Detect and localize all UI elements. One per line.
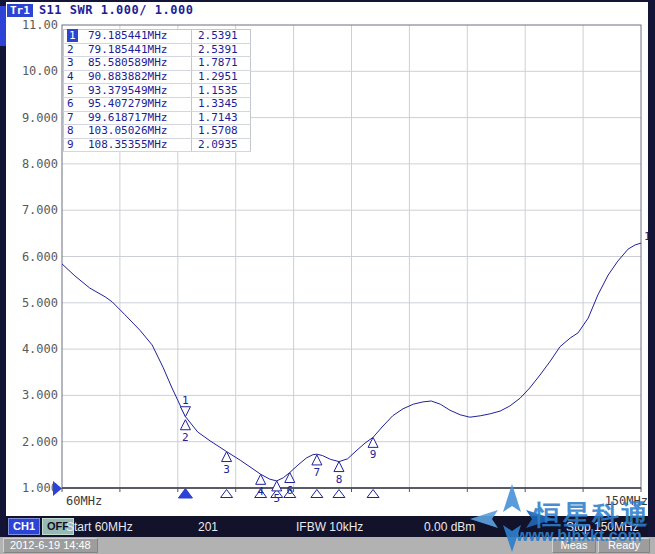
marker-table: 179.185441MHz2.5391279.185441MHz2.539138… — [63, 29, 251, 152]
marker-number: 2 — [182, 431, 189, 444]
active-marker-stimulus-triangle[interactable] — [178, 489, 192, 499]
marker-value-cell: 1.5708 — [192, 125, 251, 139]
marker-stimulus-triangle[interactable] — [311, 490, 323, 498]
ready-status-button[interactable]: Ready — [598, 538, 650, 553]
trace1-badge[interactable]: Tr1 — [7, 4, 33, 17]
status-bar: CH1 OFF Start 60MHz 201 IFBW 10kHz 0.00 … — [0, 516, 655, 537]
marker-number: 8 — [336, 473, 343, 486]
y-tick-label: 9.000 — [22, 111, 58, 125]
marker-number-cell: 1 — [64, 30, 83, 44]
marker-number-cell: 2 — [64, 43, 83, 57]
marker-table-row: 9108.35355MHz2.0935 — [64, 138, 251, 152]
marker-frequency-cell: 108.35355MHz — [82, 138, 192, 152]
marker-value-cell: 1.1535 — [192, 84, 251, 98]
marker-table-row: 799.618717MHz1.7143 — [64, 111, 251, 125]
marker-frequency-cell: 79.185441MHz — [82, 30, 192, 44]
marker-number-cell: 8 — [64, 125, 83, 139]
marker-table-row: 279.185441MHz2.5391 — [64, 43, 251, 57]
screen-border-right — [648, 0, 655, 537]
x-stop-label: 150MHz — [605, 494, 648, 508]
screen-border-left — [0, 0, 6, 537]
marker-number: 5 — [273, 492, 280, 505]
marker-table-row: 490.883882MHz1.2951 — [64, 70, 251, 84]
screen-border-top — [0, 0, 655, 2]
marker-value-cell: 1.7871 — [192, 57, 251, 71]
start-frequency-label: Start 60MHz — [66, 520, 133, 534]
trace-annotation-bar: Tr1 S11 SWR 1.000/ 1.000 — [7, 3, 193, 17]
marker-frequency-cell: 90.883882MHz — [82, 70, 192, 84]
meas-status-button[interactable]: Meas — [552, 538, 596, 553]
y-tick-label: 10.00 — [22, 64, 58, 78]
y-tick-label: 7.000 — [22, 203, 58, 217]
x-start-label: 60MHz — [66, 494, 102, 508]
marker-frequency-cell: 103.05026MHz — [82, 125, 192, 139]
marker-value-cell: 1.7143 — [192, 111, 251, 125]
y-tick-label: 3.000 — [22, 388, 58, 402]
marker-value-cell: 2.5391 — [192, 43, 251, 57]
marker-table-row: 593.379549MHz1.1535 — [64, 84, 251, 98]
marker-number-cell: 4 — [64, 70, 83, 84]
marker-stimulus-triangle[interactable] — [221, 490, 233, 498]
marker-number-cell: 7 — [64, 111, 83, 125]
marker-frequency-cell: 99.618717MHz — [82, 111, 192, 125]
marker-table-row: 695.407279MHz1.3345 — [64, 97, 251, 111]
marker-number: 6 — [286, 484, 293, 497]
marker-number: 4 — [257, 485, 264, 498]
y-tick-label: 8.000 — [22, 157, 58, 171]
trace-format-label: S11 SWR 1.000/ 1.000 — [39, 3, 194, 17]
marker-frequency-cell: 79.185441MHz — [82, 43, 192, 57]
marker-value-cell: 2.0935 — [192, 138, 251, 152]
marker-glyph[interactable] — [312, 455, 322, 465]
y-tick-label: 2.000 — [22, 435, 58, 449]
marker-frequency-cell: 95.407279MHz — [82, 97, 192, 111]
y-tick-label: 1.000 — [22, 481, 58, 495]
marker-number: 9 — [370, 448, 377, 461]
screen-border-accent — [0, 6, 6, 46]
marker-number-cell: 6 — [64, 97, 83, 111]
marker-table-row: 8103.05026MHz1.5708 — [64, 125, 251, 139]
active-marker-badge: 1 — [67, 29, 78, 42]
marker-number: 3 — [223, 463, 230, 476]
marker-table-row: 385.580589MHz1.7871 — [64, 57, 251, 71]
y-tick-label: 11.00 — [22, 18, 58, 32]
y-tick-label: 4.000 — [22, 342, 58, 356]
marker-glyph[interactable] — [368, 437, 378, 447]
marker-stimulus-triangle[interactable] — [367, 490, 379, 498]
y-tick-label: 5.000 — [22, 296, 58, 310]
marker-frequency-cell: 85.580589MHz — [82, 57, 192, 71]
stop-frequency-label: Stop 150MHz — [566, 520, 639, 534]
marker-number-cell: 3 — [64, 57, 83, 71]
marker-value-cell: 2.5391 — [192, 30, 251, 44]
marker-number: 7 — [314, 466, 321, 479]
y-tick-label: 6.000 — [22, 250, 58, 264]
ifbw-label: IFBW 10kHz — [296, 520, 363, 534]
output-power-label: 0.00 dBm — [424, 520, 475, 534]
marker-frequency-cell: 93.379549MHz — [82, 84, 192, 98]
analyzer-screen: Tr1 S11 SWR 1.000/ 1.000 11.0010.009.000… — [0, 0, 655, 554]
sweep-points-label: 201 — [198, 520, 218, 534]
marker-value-cell: 1.3345 — [192, 97, 251, 111]
marker-number-cell: 5 — [64, 84, 83, 98]
channel-badge[interactable]: CH1 — [8, 518, 40, 535]
datetime-display: 2012-6-19 14:48 — [3, 538, 98, 553]
task-bar: 2012-6-19 14:48 Meas Ready — [0, 537, 655, 554]
marker-glyph[interactable] — [272, 481, 282, 491]
marker-number: 1 — [182, 394, 189, 407]
marker-stimulus-triangle[interactable] — [333, 490, 345, 498]
marker-value-cell: 1.2951 — [192, 70, 251, 84]
marker-number-cell: 9 — [64, 138, 83, 152]
marker-table-row: 179.185441MHz2.5391 — [64, 30, 251, 44]
marker-glyph[interactable] — [180, 407, 190, 417]
marker-glyph[interactable] — [222, 452, 232, 462]
marker-glyph[interactable] — [334, 462, 344, 472]
